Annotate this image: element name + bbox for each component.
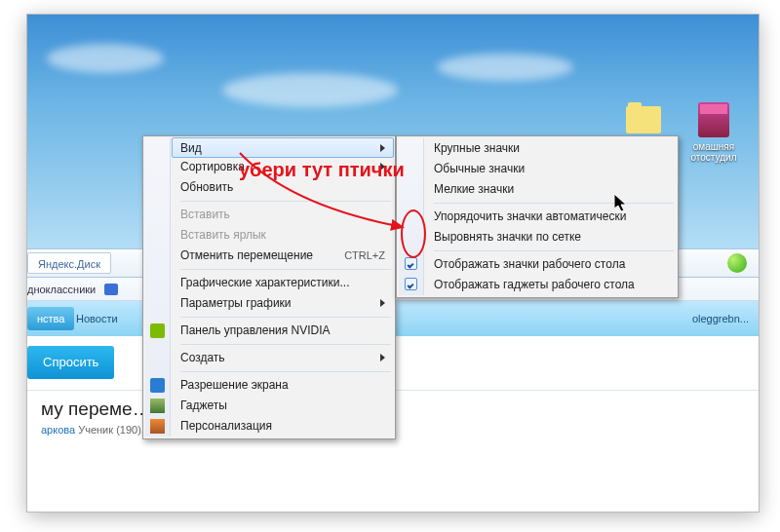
- menu-undo-move[interactable]: Отменить перемещение CTRL+Z: [173, 246, 393, 266]
- desktop-icon-label: омашняя отостудил: [691, 141, 737, 163]
- personalize-icon: [150, 419, 165, 434]
- menu-resolution[interactable]: Разрешение экрана: [173, 375, 393, 396]
- chevron-right-icon: [380, 299, 385, 307]
- folder-icon: [626, 106, 661, 133]
- checkmark-icon: [405, 257, 417, 270]
- yandex-disk-button[interactable]: Яндекс.Диск: [27, 252, 111, 274]
- menu-separator: [180, 344, 391, 345]
- submenu-auto-arrange[interactable]: Упорядочить значки автоматически: [426, 207, 676, 227]
- chat-icon: [104, 284, 118, 295]
- menu-separator: [180, 269, 391, 270]
- menu-gadgets[interactable]: Гаджеты: [173, 396, 393, 416]
- nvidia-icon: [150, 323, 165, 338]
- checkmark-icon: [405, 278, 417, 290]
- archive-icon: [698, 102, 729, 137]
- site-tab[interactable]: нства: [27, 307, 74, 330]
- mouse-cursor: [614, 194, 628, 213]
- menu-create[interactable]: Создать: [173, 348, 393, 368]
- annotation-arrow: [232, 147, 427, 240]
- menu-separator: [180, 317, 391, 318]
- extension-icon[interactable]: [727, 253, 747, 273]
- menu-separator: [434, 203, 674, 204]
- menu-nvidia[interactable]: Панель управления NVIDIA: [173, 321, 393, 341]
- submenu-medium-icons[interactable]: Обычные значки: [426, 159, 676, 179]
- view-submenu: Крупные значки Обычные значки Мелкие зна…: [396, 135, 679, 298]
- display-icon: [150, 378, 165, 393]
- menu-separator: [180, 371, 391, 372]
- asker-link[interactable]: аркова: [41, 424, 75, 436]
- desktop-archive-icon[interactable]: омашняя отостудил: [686, 100, 741, 163]
- submenu-large-icons[interactable]: Крупные значки: [426, 138, 676, 159]
- menu-personalize[interactable]: Персонализация: [173, 416, 393, 437]
- submenu-show-desktop-icons[interactable]: Отображать значки рабочего стола: [426, 254, 676, 275]
- menu-gfx-params[interactable]: Параметры графики: [173, 293, 393, 314]
- submenu-show-gadgets[interactable]: Отображать гаджеты рабочего стола: [426, 275, 676, 295]
- chevron-right-icon: [380, 354, 385, 361]
- submenu-align-grid[interactable]: Выровнять значки по сетке: [426, 227, 676, 247]
- bookmark-odnoklassniki[interactable]: дноклассники: [27, 278, 118, 301]
- gadgets-icon: [150, 399, 165, 413]
- submenu-small-icons[interactable]: Мелкие значки: [426, 179, 676, 200]
- ask-button[interactable]: Спросить: [27, 346, 114, 379]
- shortcut-label: CTRL+Z: [344, 246, 385, 266]
- menu-gfx-characteristics[interactable]: Графические характеристики...: [173, 273, 393, 293]
- menu-separator: [434, 250, 674, 251]
- news-link[interactable]: Новости: [76, 301, 118, 336]
- screenshot-frame: омашняя отостудил Яндекс.Диск дноклассни…: [27, 15, 759, 512]
- user-link[interactable]: oleggrebn...: [692, 301, 749, 336]
